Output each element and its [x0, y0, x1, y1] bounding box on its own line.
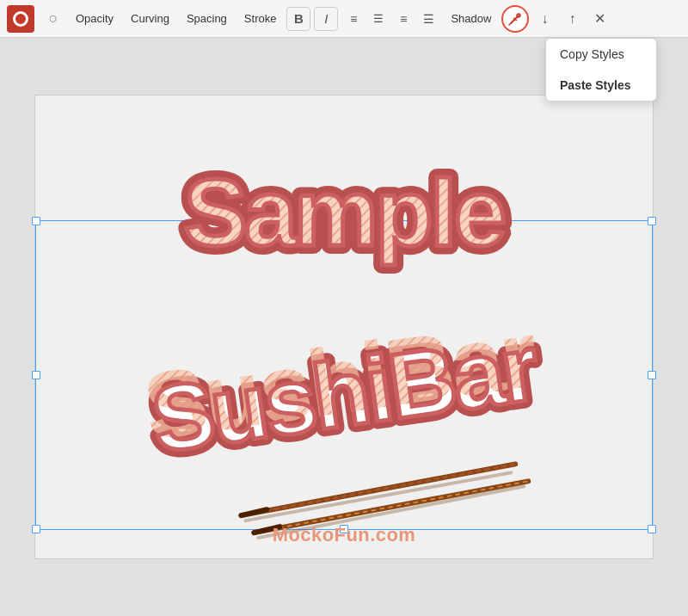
spacing-label[interactable]: Spacing — [180, 9, 234, 28]
stroke-label[interactable]: Stroke — [237, 9, 284, 28]
align-group: ≡ ☰ ≡ ☰ — [341, 7, 440, 31]
svg-text:MockoFun.com: MockoFun.com — [273, 524, 416, 545]
opacity-label[interactable]: Opacity — [69, 9, 120, 28]
logo-icon — [13, 11, 28, 27]
align-center-button[interactable]: ☰ — [366, 7, 390, 31]
toolbar: ○ Opacity Curving Spacing Stroke B I ≡ ☰… — [0, 0, 688, 38]
bold-button[interactable]: B — [286, 7, 310, 31]
app-logo[interactable] — [7, 5, 34, 33]
align-justify-button[interactable]: ☰ — [416, 7, 440, 31]
shadow-label[interactable]: Shadow — [444, 9, 498, 28]
align-right-button[interactable]: ≡ — [391, 7, 415, 31]
curving-label[interactable]: Curving — [124, 9, 176, 28]
svg-text:Sample: Sample — [184, 160, 504, 265]
canvas-content: Sample Sample Sample SushiBar Sample — [35, 95, 653, 558]
italic-button[interactable]: I — [314, 7, 338, 31]
close-button[interactable]: ✕ — [587, 7, 611, 31]
move-down-button[interactable]: ↓ — [532, 7, 556, 31]
copy-styles-item[interactable]: Copy Styles — [546, 39, 656, 70]
paintbrush-icon — [508, 12, 522, 26]
paste-styles-item[interactable]: Paste Styles — [546, 70, 656, 101]
canvas-area: Sample Sample Sample SushiBar Sample — [0, 38, 688, 616]
align-left-button[interactable]: ≡ — [341, 7, 366, 31]
svg-line-18 — [241, 509, 267, 515]
svg-line-1 — [509, 23, 511, 25]
canvas-frame[interactable]: Sample Sample Sample SushiBar Sample — [34, 95, 654, 559]
styles-dropdown: Copy Styles Paste Styles — [545, 38, 657, 102]
move-up-button[interactable]: ↑ — [560, 7, 584, 31]
copy-paste-styles-button[interactable] — [501, 5, 529, 33]
shape-icon[interactable]: ○ — [41, 7, 65, 31]
